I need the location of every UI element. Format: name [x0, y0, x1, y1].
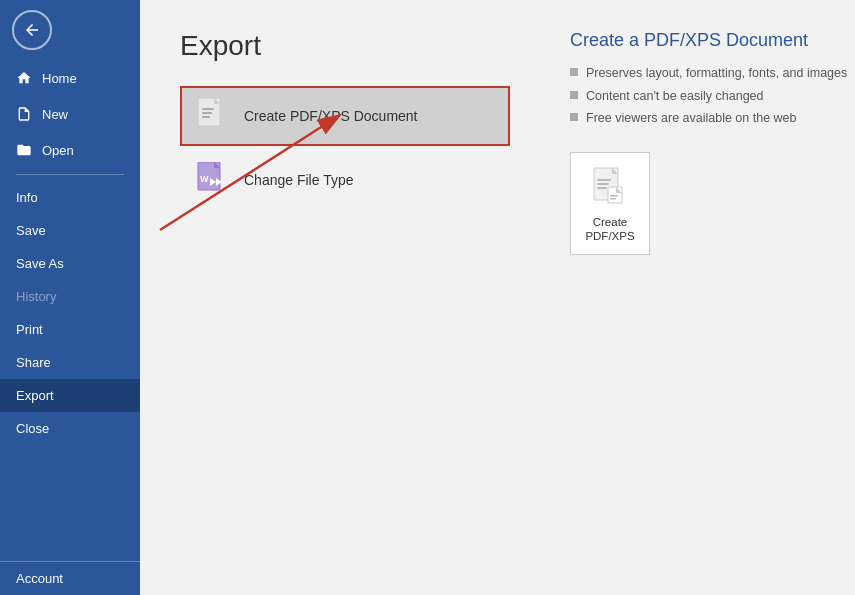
back-button[interactable]	[12, 10, 52, 50]
sidebar-item-open-label: Open	[42, 143, 74, 158]
sidebar-item-print[interactable]: Print	[0, 313, 140, 346]
bullet-item-1: Preserves layout, formatting, fonts, and…	[570, 65, 855, 83]
export-option-change-file-type[interactable]: W Change File Type	[180, 150, 510, 210]
back-arrow-icon	[23, 21, 41, 39]
sidebar-item-save-as[interactable]: Save As	[0, 247, 140, 280]
sidebar-item-open[interactable]: Open	[0, 132, 140, 168]
page-title: Export	[180, 30, 510, 62]
right-panel-title: Create a PDF/XPS Document	[570, 30, 855, 51]
new-doc-icon	[16, 106, 32, 122]
sidebar-item-info[interactable]: Info	[0, 181, 140, 214]
sidebar-item-close[interactable]: Close	[0, 412, 140, 445]
svg-rect-12	[597, 179, 611, 181]
svg-text:W: W	[200, 174, 209, 184]
main-panel: Export Create PDF/XPS Document	[140, 0, 550, 595]
svg-rect-14	[597, 187, 607, 189]
home-icon	[16, 70, 32, 86]
change-file-type-option-label: Change File Type	[244, 172, 353, 188]
change-file-type-option-icon: W	[194, 162, 230, 198]
sidebar-item-home-label: Home	[42, 71, 77, 86]
right-panel: Create a PDF/XPS Document Preserves layo…	[550, 0, 855, 595]
create-pdf-button-label: Create PDF/XPS	[585, 215, 634, 245]
svg-rect-17	[610, 195, 618, 197]
sidebar-item-account[interactable]: Account	[0, 562, 140, 595]
sidebar-item-export[interactable]: Export	[0, 379, 140, 412]
create-pdf-xps-button[interactable]: Create PDF/XPS	[570, 152, 650, 256]
sidebar-bottom: Account	[0, 561, 140, 595]
bullet-square-1	[570, 68, 578, 76]
create-pdf-button-icon	[592, 167, 628, 209]
bullet-square-3	[570, 113, 578, 121]
sidebar: Home New Open Info Save Save As History …	[0, 0, 140, 595]
svg-rect-18	[610, 198, 616, 200]
bullet-list: Preserves layout, formatting, fonts, and…	[570, 65, 855, 128]
content-area: Export Create PDF/XPS Document	[140, 0, 855, 595]
sidebar-item-save[interactable]: Save	[0, 214, 140, 247]
change-file-icon: W	[196, 162, 228, 198]
sidebar-item-share[interactable]: Share	[0, 346, 140, 379]
svg-rect-13	[597, 183, 609, 185]
sidebar-item-history: History	[0, 280, 140, 313]
bullet-square-2	[570, 91, 578, 99]
folder-icon	[16, 142, 32, 158]
sidebar-item-new[interactable]: New	[0, 96, 140, 132]
svg-rect-4	[202, 116, 210, 118]
bullet-item-2: Content can't be easily changed	[570, 88, 855, 106]
bullet-item-3: Free viewers are available on the web	[570, 110, 855, 128]
sidebar-item-new-label: New	[42, 107, 68, 122]
sidebar-spacer	[0, 445, 140, 555]
sidebar-divider-top	[16, 174, 124, 175]
pdf-doc-icon	[196, 98, 228, 134]
create-pdf-option-icon	[194, 98, 230, 134]
svg-rect-2	[202, 108, 214, 110]
svg-rect-3	[202, 112, 212, 114]
export-options-list: Create PDF/XPS Document W Change File Ty…	[180, 86, 510, 210]
create-pdf-option-label: Create PDF/XPS Document	[244, 108, 418, 124]
export-option-create-pdf[interactable]: Create PDF/XPS Document	[180, 86, 510, 146]
sidebar-item-home[interactable]: Home	[0, 60, 140, 96]
